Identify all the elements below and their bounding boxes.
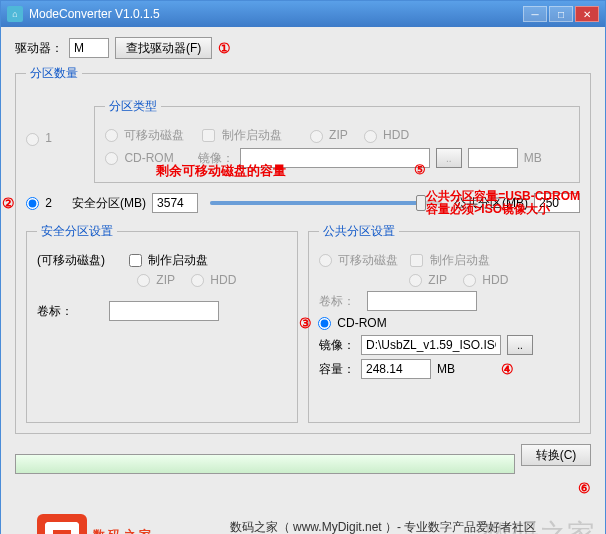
logo: 数 码 之 家MYDIGIT.CN [15,504,175,534]
pub-vol-input [367,291,477,311]
partition-count-legend: 分区数量 [26,65,82,82]
partition-2-radio[interactable]: 2 [26,196,52,210]
pub-browse-button[interactable]: .. [507,335,533,355]
pub-image-label: 镜像： [319,337,355,354]
partition-count-group: 分区数量 1 分区类型 可移动磁盘 制作启动盘 ZIP HDD CD-ROM 镜… [15,65,591,434]
safe-hdd-radio: HDD [191,273,236,287]
minimize-button[interactable]: ─ [523,6,547,22]
image-label: 镜像： [198,150,234,167]
convert-button[interactable]: 转换(C) [521,444,591,466]
public-panel: 公共分区设置 可移动磁盘 制作启动盘 ZIP HDD 卷标： ③ [308,223,580,423]
drive-input[interactable] [69,38,109,58]
type-hdd-radio: HDD [364,128,409,142]
type-removable-radio: 可移动磁盘 [105,127,184,144]
pub-removable-radio: 可移动磁盘 [319,252,398,269]
safe-vol-label: 卷标： [37,303,73,320]
pub-zip-radio: ZIP [409,273,447,287]
marker-3: ③ [299,315,312,331]
progress-bar [15,454,515,474]
marker-6: ⑥ [578,480,591,496]
house-icon [37,514,87,534]
partition-slider[interactable] [210,201,442,205]
pub-image-input[interactable] [361,335,501,355]
public-label: 公共分区(MB) [454,195,528,212]
pub-hdd-radio: HDD [463,273,508,287]
image-size-input-disabled [468,148,518,168]
safe-panel-legend: 安全分区设置 [37,223,117,240]
close-button[interactable]: ✕ [575,6,599,22]
mb-label: MB [524,151,542,165]
partition-types-legend: 分区类型 [105,98,161,115]
app-icon: ⌂ [7,6,23,22]
app-window: ⌂ ModeConverter V1.0.1.5 ─ □ ✕ 驱动器： 查找驱动… [0,0,606,534]
type-makeboot-check: 制作启动盘 [202,127,281,144]
partition-1-radio[interactable]: 1 [26,131,52,145]
safe-makeboot-check[interactable]: 制作启动盘 [129,252,208,269]
safe-sub: (可移动磁盘) [37,252,105,269]
drive-label: 驱动器： [15,40,63,57]
public-size-input[interactable] [534,193,580,213]
maximize-button[interactable]: □ [549,6,573,22]
slider-thumb[interactable] [416,195,426,211]
safe-zip-radio: ZIP [137,273,175,287]
safe-size-input[interactable] [152,193,198,213]
type-zip-radio: ZIP [310,128,348,142]
safe-label: 安全分区(MB) [72,195,146,212]
pub-cap-input[interactable] [361,359,431,379]
marker-4: ④ [501,361,514,377]
partition-types-group: 分区类型 可移动磁盘 制作启动盘 ZIP HDD CD-ROM 镜像： .. M [94,98,580,183]
public-panel-legend: 公共分区设置 [319,223,399,240]
safe-vol-input[interactable] [109,301,219,321]
pub-makeboot-check: 制作启动盘 [410,252,489,269]
pub-vol-label: 卷标： [319,293,355,310]
pub-cap-label: 容量： [319,361,355,378]
marker-2: ② [2,195,15,211]
marker-1: ① [218,40,231,56]
credits: 数码之家（ www.MyDigit.net ）- 专业数字产品爱好者社区 Mod… [175,517,591,534]
image-path-input-disabled [240,148,430,168]
pub-mb: MB [437,362,455,376]
safe-panel: 安全分区设置 (可移动磁盘) 制作启动盘 ZIP HDD 卷标： [26,223,298,423]
pub-cdrom-radio[interactable]: CD-ROM [318,316,387,330]
browse-button-disabled: .. [436,148,462,168]
find-drive-button[interactable]: 查找驱动器(F) [115,37,212,59]
type-cdrom-radio: CD-ROM [105,151,174,165]
title-bar[interactable]: ⌂ ModeConverter V1.0.1.5 ─ □ ✕ [1,1,605,27]
window-title: ModeConverter V1.0.1.5 [29,7,523,21]
